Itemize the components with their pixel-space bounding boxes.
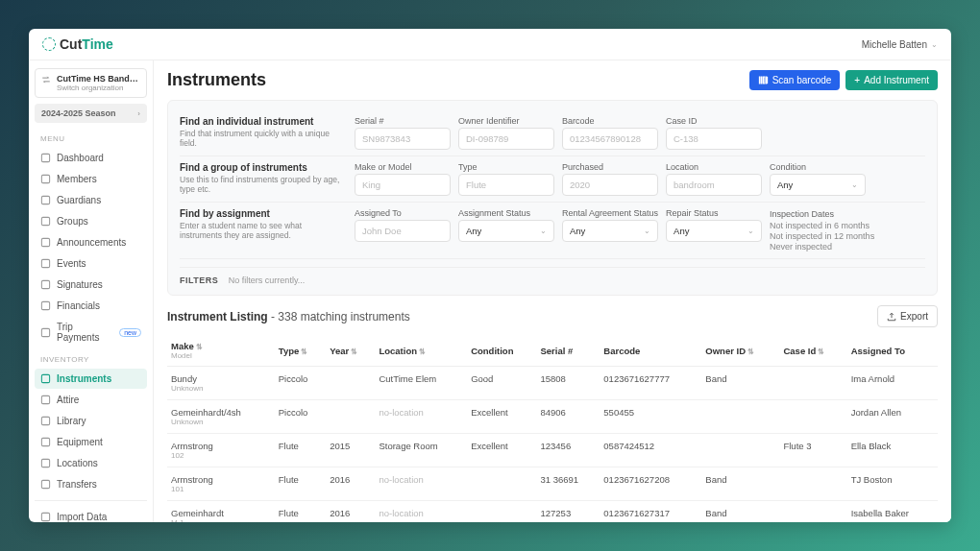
inspection-option[interactable]: Never inspected [770,242,874,252]
cell-serial: 123456 [536,434,600,467]
inspection-option[interactable]: Not inspected in 12 months [770,231,874,241]
sidebar-item-trip-payments[interactable]: Trip Paymentsnew [35,317,147,347]
sidebar-item-locations[interactable]: Locations [35,453,147,473]
sidebar-item-transfers[interactable]: Transfers [35,474,147,494]
barcode-input[interactable] [562,128,658,150]
svg-rect-2 [41,196,49,204]
rental-status-select[interactable]: Any⌄ [562,220,658,242]
sidebar-item-financials[interactable]: Financials [35,296,147,316]
table-row[interactable]: Gemeinhardt/4shUnknown Piccolo no-locati… [167,400,938,434]
sidebar: CutTime HS Band (pro... Switch organizat… [29,60,154,522]
col-owner[interactable]: Owner ID⇅ [701,335,779,367]
nav-label: Financials [57,300,100,311]
cell-case [779,467,846,501]
cell-year [326,400,375,434]
filters-label: FILTERS [180,276,218,285]
cell-condition: Good [467,367,536,400]
type-label: Type [458,162,554,172]
export-button[interactable]: Export [877,305,938,327]
cell-year: 2015 [326,434,375,467]
cell-condition: Excellent [467,434,536,467]
sidebar-item-events[interactable]: Events [35,253,147,274]
svg-rect-9 [41,374,49,382]
cell-owner: Band [701,501,779,523]
col-type[interactable]: Type⇅ [275,335,326,367]
case-id-input[interactable] [666,128,762,150]
sidebar-item-attire[interactable]: Attire [35,390,147,410]
filter-title: Find a group of instruments [180,162,343,173]
cell-serial: 84906 [536,400,600,434]
owner-id-input[interactable] [458,128,554,150]
svg-rect-6 [41,280,49,288]
svg-rect-8 [41,328,49,336]
sort-icon: ⇅ [747,347,754,356]
logo-icon [42,37,56,51]
table-row[interactable]: Armstrong102 Flute 2015 Storage Room Exc… [167,434,938,467]
table-row[interactable]: GemeinhardtM-1 Flute 2016 no-location 12… [167,501,938,523]
sidebar-item-signatures[interactable]: Signatures [35,275,147,295]
user-menu[interactable]: Michelle Batten ⌄ [862,39,938,50]
cell-owner: Band [701,367,779,400]
nav-heading-menu: MENU [35,131,147,147]
season-selector[interactable]: 2024-2025 Season › [35,104,147,123]
col-year[interactable]: Year⇅ [326,335,375,367]
col-case[interactable]: Case Id⇅ [779,335,846,367]
sidebar-item-library[interactable]: Library [35,411,147,431]
filter-row-group: Find a group of instruments Use this to … [180,156,925,203]
cell-type: Piccolo [275,367,326,400]
nav-label: Locations [57,458,98,468]
assignment-status-select[interactable]: Any⌄ [458,220,554,242]
cell-condition [467,501,536,523]
sidebar-item-announcements[interactable]: Announcements [35,232,147,252]
serial-input[interactable] [355,128,451,150]
filter-fields: Make or Model Type Purchased Location Co… [355,162,925,196]
cell-case [779,367,846,400]
repair-status-select[interactable]: Any⌄ [666,220,762,242]
cell-year [326,367,375,400]
purchased-input[interactable] [562,174,658,196]
nav-label: Trip Payments [57,322,111,343]
cell-barcode: 550455 [600,400,701,434]
inspection-title: Inspection Dates [770,209,874,219]
type-input[interactable] [458,174,554,196]
col-condition: Condition [467,335,536,367]
cell-owner: Band [701,467,779,501]
assigned-to-input[interactable] [355,220,451,242]
col-make[interactable]: Make⇅Model [167,335,275,367]
export-icon [887,312,896,322]
sidebar-item-guardians[interactable]: Guardians [35,190,147,210]
sidebar-item-groups[interactable]: Groups [35,211,147,231]
logo[interactable]: CutTime [42,36,113,52]
svg-rect-7 [41,301,49,309]
cell-assigned: Isabella Baker [847,501,938,523]
nav-label: Transfers [57,479,97,490]
location-input[interactable] [666,174,762,196]
org-switcher[interactable]: CutTime HS Band (pro... Switch organizat… [35,68,147,98]
sort-icon: ⇅ [196,343,203,351]
filter-fields: Serial # Owner Identifier Barcode Case I… [355,116,925,150]
sidebar-item-equipment[interactable]: Equipment [35,432,147,452]
sidebar-item-import-data[interactable]: Import Data [35,507,147,522]
inspection-option[interactable]: Not inspected in 6 months [770,221,874,230]
filter-fields: Assigned To Assignment StatusAny⌄ Rental… [355,208,925,252]
table-row[interactable]: BundyUnknown Piccolo CutTime Elem Good 1… [167,367,938,400]
sidebar-item-members[interactable]: Members [35,169,147,189]
condition-select[interactable]: Any⌄ [770,174,866,196]
cell-case [779,400,846,434]
assigned-to-label: Assigned To [355,208,451,218]
table-row[interactable]: Armstrong101 Flute 2016 no-location 31 3… [167,467,938,501]
cell-serial: 15808 [536,367,600,400]
rental-status-label: Rental Agreement Status [562,208,658,218]
svg-rect-1 [41,175,49,182]
cell-type: Flute [275,501,326,523]
sidebar-item-instruments[interactable]: Instruments [35,369,147,389]
cell-owner [701,400,779,434]
inspection-dates: Inspection Dates Not inspected in 6 mont… [770,208,874,252]
season-label: 2024-2025 Season [41,108,116,118]
make-input[interactable] [355,174,451,196]
col-location[interactable]: Location⇅ [375,335,467,367]
add-instrument-button[interactable]: + Add Instrument [845,70,938,90]
scan-barcode-button[interactable]: Scan barcode [749,70,841,90]
sidebar-item-dashboard[interactable]: Dashboard [35,148,147,168]
chevron-down-icon: ⌄ [851,180,858,189]
